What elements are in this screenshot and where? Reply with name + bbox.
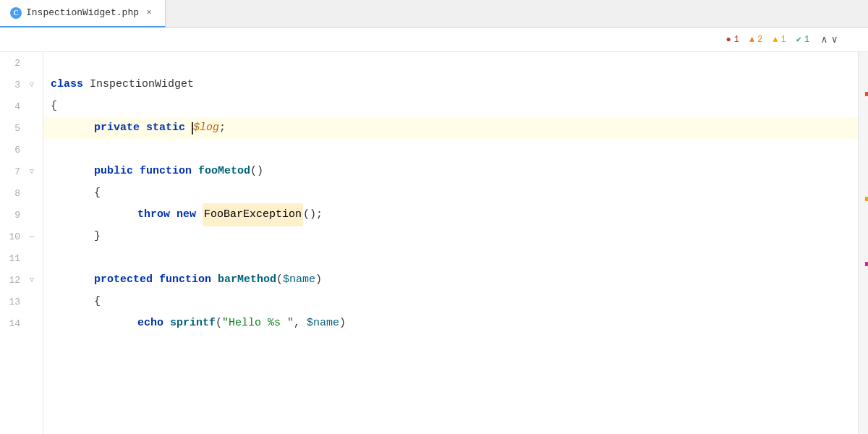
- fold-icon-7[interactable]: ▽: [26, 166, 38, 177]
- gutter-row-5: 5: [0, 117, 43, 139]
- code-content[interactable]: class InspectionWidget { private static …: [43, 52, 858, 434]
- keyword-public: public: [94, 161, 140, 182]
- fold-icon-8: [26, 187, 38, 199]
- keyword-function-7: function: [140, 161, 198, 182]
- exception-class: FooBarException: [203, 203, 303, 226]
- line-number-14: 14: [0, 318, 26, 329]
- line-number-11: 11: [0, 253, 26, 264]
- var-log: $log: [193, 117, 219, 139]
- nav-arrows: ∧ ∨: [820, 33, 839, 46]
- gutter-row-6: 6: [0, 139, 43, 161]
- ok-icon: ✔: [796, 34, 801, 45]
- tab-bar: C InspectionWidget.php ×: [0, 0, 868, 27]
- tab-close-button[interactable]: ×: [143, 7, 155, 19]
- code-line-9: throw new FooBarException ();: [43, 204, 858, 226]
- gutter-row-4: 4: [0, 95, 43, 117]
- line-number-2: 2: [0, 58, 26, 69]
- line-number-9: 9: [0, 210, 26, 221]
- code-line-11: [43, 247, 858, 269]
- code-line-2: [43, 52, 858, 74]
- indicator-bar: ● 1 ▲ 2 ▲ 1 ✔ 1 ∧ ∨: [0, 27, 868, 52]
- keyword-static: static: [146, 117, 192, 139]
- fold-icon-6: [26, 144, 38, 156]
- fold-icon-10[interactable]: —: [26, 231, 38, 242]
- warning1-count: 2: [757, 35, 762, 45]
- tab-filename: InspectionWidget.php: [26, 7, 139, 18]
- warning2-count: 1: [780, 35, 786, 45]
- keyword-protected: protected: [94, 269, 159, 291]
- gutter-row-10: 10 —: [0, 226, 43, 247]
- fn-sprintf: sprintf: [170, 312, 216, 334]
- param-name-2: $name: [307, 312, 339, 334]
- scrollbar-track[interactable]: [858, 52, 868, 434]
- line-number-7: 7: [0, 166, 26, 177]
- gutter-row-7: 7 ▽: [0, 161, 43, 182]
- gutter-row-14: 14: [0, 312, 43, 334]
- fn-barmethod: barMethod: [218, 269, 276, 291]
- gutter-row-11: 11: [0, 247, 43, 269]
- error-indicator[interactable]: ● 1: [726, 35, 739, 45]
- gutter-row-13: 13: [0, 291, 43, 312]
- keyword-throw: throw: [137, 204, 176, 226]
- code-area: 2 3 ▽ 4 5 6 7 ▽: [0, 52, 868, 434]
- line-number-5: 5: [0, 123, 26, 134]
- fold-icon-12[interactable]: ▽: [26, 274, 38, 286]
- error-icon: ●: [726, 35, 731, 45]
- gutter-row-9: 9: [0, 204, 43, 226]
- line-number-8: 8: [0, 188, 26, 199]
- keyword-new: new: [176, 204, 203, 226]
- line-number-4: 4: [0, 101, 26, 112]
- line-number-6: 6: [0, 145, 26, 156]
- warning1-icon: ▲: [749, 35, 754, 45]
- string-hello: "Hello %s ": [222, 312, 294, 334]
- fold-icon-2: [26, 57, 38, 69]
- keyword-private: private: [94, 117, 146, 139]
- editor-container: C InspectionWidget.php × ● 1 ▲ 2 ▲ 1 ✔ 1…: [0, 0, 868, 434]
- class-name: InspectionWidget: [90, 74, 194, 95]
- code-line-6: [43, 139, 858, 161]
- gutter-row-8: 8: [0, 182, 43, 204]
- fold-icon-4: [26, 101, 38, 112]
- line-number-13: 13: [0, 297, 26, 307]
- code-line-12: protected function barMethod ( $name ): [43, 269, 858, 291]
- keyword-echo: echo: [137, 312, 170, 334]
- fold-icon-9: [26, 209, 38, 221]
- fold-icon-11: [26, 252, 38, 264]
- code-line-13: {: [43, 291, 858, 312]
- fold-icon-3[interactable]: ▽: [26, 79, 38, 90]
- code-line-5: private static $log ;: [43, 117, 858, 139]
- ok-count: 1: [804, 35, 809, 45]
- line-number-12: 12: [0, 275, 26, 286]
- gutter-row-2: 2: [0, 52, 43, 74]
- warning1-indicator[interactable]: ▲ 2: [749, 35, 762, 45]
- keyword-class: class: [51, 74, 90, 95]
- code-line-8: {: [43, 182, 858, 204]
- gutter: 2 3 ▽ 4 5 6 7 ▽: [0, 52, 43, 434]
- warning2-icon: ▲: [773, 35, 778, 45]
- code-line-7: public function fooMetod (): [43, 161, 858, 182]
- code-line-3: class InspectionWidget: [43, 74, 858, 95]
- file-type-icon: C: [10, 7, 22, 19]
- warning2-indicator[interactable]: ▲ 1: [773, 35, 786, 45]
- gutter-row-3: 3 ▽: [0, 74, 43, 95]
- error-count: 1: [734, 35, 739, 45]
- scrollbar-marker-warning: [865, 197, 868, 201]
- keyword-function-12: function: [159, 269, 218, 291]
- line-number-10: 10: [0, 231, 26, 242]
- fold-icon-5: [26, 122, 38, 134]
- code-line-4: {: [43, 95, 858, 117]
- nav-down-arrow[interactable]: ∨: [830, 33, 839, 46]
- fold-icon-14: [26, 318, 38, 329]
- scrollbar-marker-info: [865, 262, 868, 266]
- line-number-3: 3: [0, 80, 26, 90]
- file-tab[interactable]: C InspectionWidget.php ×: [0, 0, 166, 27]
- param-name: $name: [283, 269, 315, 291]
- gutter-row-12: 12 ▽: [0, 269, 43, 291]
- nav-up-arrow[interactable]: ∧: [820, 33, 828, 46]
- fold-icon-13: [26, 296, 38, 307]
- scrollbar-marker-error: [865, 92, 868, 96]
- ok-indicator[interactable]: ✔ 1: [796, 34, 809, 45]
- code-line-10: }: [43, 226, 858, 247]
- code-line-14: echo sprintf ( "Hello %s " , $name ): [43, 312, 858, 334]
- fn-foometod: fooMetod: [198, 161, 250, 182]
